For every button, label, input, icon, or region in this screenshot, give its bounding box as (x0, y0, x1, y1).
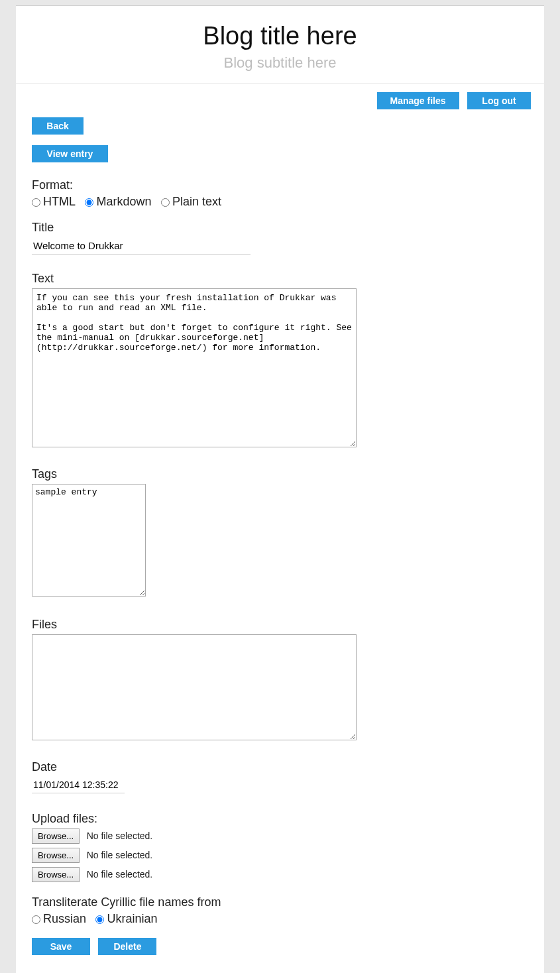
title-label: Title (32, 221, 544, 235)
no-file-text-3: No file selected. (87, 869, 153, 880)
format-radio-markdown[interactable] (85, 198, 93, 207)
format-option-plain[interactable]: Plain text (161, 195, 221, 208)
back-button[interactable]: Back (32, 117, 84, 135)
format-radio-plain-label: Plain text (172, 195, 221, 208)
no-file-text-1: No file selected. (87, 830, 153, 841)
browse-button-3[interactable]: Browse... (32, 867, 80, 882)
format-radio-group: HTML Markdown Plain text (32, 195, 544, 209)
text-label: Text (32, 272, 544, 286)
translit-option-russian[interactable]: Russian (32, 912, 86, 925)
format-option-markdown[interactable]: Markdown (85, 195, 151, 208)
files-textarea[interactable] (32, 634, 357, 740)
translit-option-ukrainian[interactable]: Ukrainian (95, 912, 157, 925)
page-header: Blog title here Blog subtitle here (16, 6, 544, 84)
format-label: Format: (32, 178, 544, 192)
format-radio-html-label: HTML (43, 195, 76, 208)
translit-radio-russian[interactable] (32, 915, 40, 924)
upload-row-1: Browse... No file selected. (32, 829, 544, 844)
blog-subtitle: Blog subtitle here (16, 54, 544, 72)
log-out-button[interactable]: Log out (467, 92, 531, 109)
text-textarea[interactable] (32, 288, 357, 447)
tags-textarea[interactable] (32, 484, 146, 597)
format-radio-markdown-label: Markdown (96, 195, 151, 208)
upload-row-3: Browse... No file selected. (32, 867, 544, 882)
upload-files-label: Upload files: (32, 812, 544, 826)
manage-files-button[interactable]: Manage files (377, 92, 459, 109)
no-file-text-2: No file selected. (87, 850, 153, 860)
date-label: Date (32, 760, 544, 774)
files-label: Files (32, 618, 544, 632)
blog-title: Blog title here (16, 22, 544, 50)
action-button-row: Save Delete (32, 938, 544, 966)
top-button-bar: Manage files Log out (16, 84, 544, 112)
format-radio-plain[interactable] (161, 198, 170, 207)
format-option-html[interactable]: HTML (32, 195, 76, 208)
translit-radio-russian-label: Russian (43, 912, 86, 925)
date-input[interactable] (32, 777, 125, 793)
transliterate-label: Transliterate Cyrillic file names from (32, 895, 544, 909)
delete-button[interactable]: Delete (98, 938, 156, 955)
browse-button-1[interactable]: Browse... (32, 829, 80, 844)
format-radio-html[interactable] (32, 198, 40, 207)
view-entry-button[interactable]: View entry (32, 145, 108, 162)
title-input[interactable] (32, 237, 251, 255)
translit-radio-group: Russian Ukrainian (32, 912, 544, 926)
browse-button-2[interactable]: Browse... (32, 848, 80, 863)
upload-row-2: Browse... No file selected. (32, 848, 544, 863)
save-button[interactable]: Save (32, 938, 90, 955)
translit-radio-ukrainian-label: Ukrainian (107, 912, 157, 925)
tags-label: Tags (32, 467, 544, 481)
translit-radio-ukrainian[interactable] (95, 915, 104, 924)
